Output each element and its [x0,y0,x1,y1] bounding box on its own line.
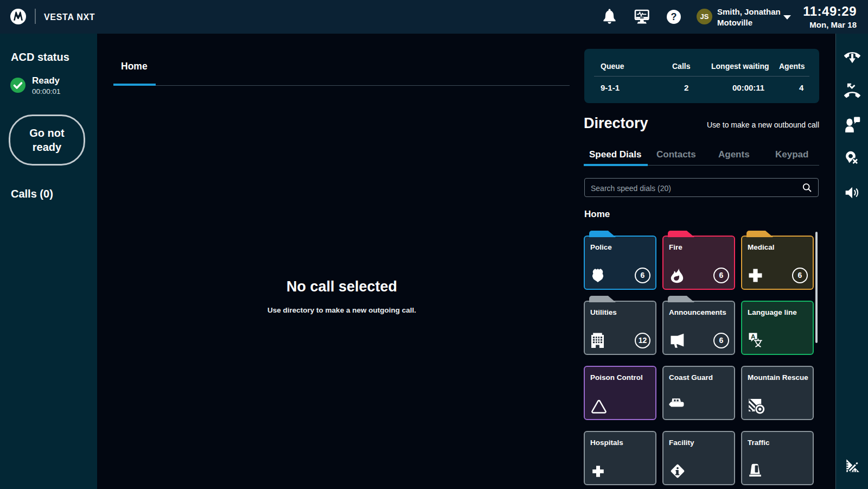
svg-text:A: A [751,333,755,340]
